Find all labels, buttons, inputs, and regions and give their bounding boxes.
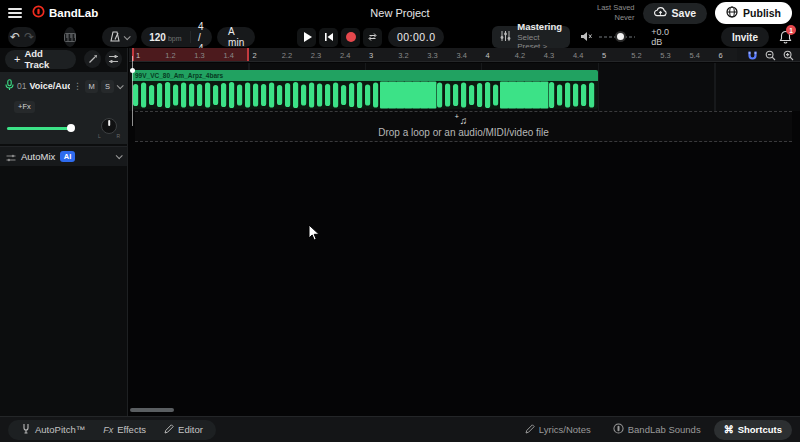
ruler-tick: 2.3 [311, 51, 321, 60]
piano-keyboard-icon[interactable] [64, 27, 76, 47]
ruler-tick: 3.2 [398, 51, 408, 60]
ruler-tick: 1.2 [165, 51, 175, 60]
track-number: 01 [17, 81, 26, 91]
chevron-down-icon [124, 33, 131, 40]
fx-icon: Fx [103, 425, 113, 435]
track-menu-icon[interactable]: ⋮ [73, 81, 82, 91]
ruler-tick: 3 [369, 51, 373, 60]
automation-tool-icon[interactable] [84, 50, 101, 68]
command-icon: ⌘ [724, 424, 734, 435]
transport-controls: 00:00.0 [297, 27, 444, 47]
header: BandLab New Project Last Saved Never Sav… [0, 0, 800, 26]
audio-region-label: 99V_VC_80_Am_Arpz_4bars [132, 70, 598, 81]
speaker-icon[interactable] [580, 28, 593, 46]
toolbar: ↶ ↷ 120 bpm 4 / 4 A min [0, 26, 800, 48]
mastering-sliders-icon [500, 28, 511, 46]
automix-collapse-icon[interactable] [116, 152, 123, 159]
track-lane[interactable]: 99V_VC_80_Am_Arpz_4bars [129, 63, 800, 111]
zoom-in-icon[interactable] [783, 50, 794, 61]
ruler-tick: 5 [602, 51, 606, 60]
zoom-out-icon[interactable] [765, 50, 776, 61]
ruler-tick: 3.4 [456, 51, 466, 60]
automix-sliders-icon [6, 148, 16, 166]
master-volume-knob[interactable] [615, 31, 626, 42]
redo-icon[interactable]: ↷ [24, 31, 34, 43]
bandlab-sounds-button[interactable]: BandLab Sounds [604, 423, 710, 436]
pencil-icon [164, 424, 174, 436]
drop-hint-text: Drop a loop or an audio/MIDI/video file [378, 127, 549, 138]
time-display: 00:00.0 [388, 27, 444, 47]
plus-icon: + [14, 53, 20, 65]
app-name: BandLab [49, 7, 98, 19]
master-volume-slider[interactable] [599, 31, 635, 43]
bpm-control[interactable]: 120 bpm [141, 32, 189, 43]
ai-badge: AI [60, 151, 75, 162]
bottom-bar: AutoPitch™ Fx Effects Editor Lyrics/Note… [0, 416, 800, 442]
play-button[interactable] [297, 28, 316, 47]
autopitch-icon [21, 423, 31, 436]
track-volume-thumb[interactable] [67, 124, 75, 132]
metronome-icon [110, 28, 120, 46]
bandlab-logo[interactable]: BandLab [32, 4, 98, 22]
globe-icon [726, 6, 738, 20]
shortcuts-button[interactable]: ⌘ Shortcuts [714, 420, 792, 440]
solo-button[interactable]: S [101, 80, 114, 93]
ruler-tick: 4.4 [573, 51, 583, 60]
undo-redo-group: ↶ ↷ [8, 27, 36, 47]
ruler-tick: 2 [253, 51, 257, 60]
snap-magnet-icon[interactable] [747, 50, 758, 61]
horizontal-scrollbar[interactable] [130, 408, 174, 412]
undo-icon[interactable]: ↶ [10, 31, 20, 43]
timeline: 11.21.31.422.22.32.433.23.33.444.24.34.4… [129, 48, 800, 416]
track-name: Voice/Audio [29, 81, 70, 91]
pen-icon [525, 424, 535, 436]
track-header-voice-audio[interactable]: 01 Voice/Audio ⋮ M S +Fx L [0, 72, 127, 144]
track-collapse-icon[interactable] [117, 82, 124, 89]
add-track-button[interactable]: + Add Track [5, 50, 76, 69]
timeline-ruler[interactable]: 11.21.31.422.22.32.433.23.33.444.24.34.4… [129, 48, 800, 62]
ruler-tick: 4 [486, 51, 490, 60]
mastering-button[interactable]: Mastering Select Preset > [492, 26, 570, 48]
music-note-icon: ♫+ [460, 116, 468, 126]
automix-label: AutoMix [21, 151, 55, 162]
microphone-icon [5, 77, 14, 95]
mixer-icon[interactable] [105, 50, 122, 68]
key-control[interactable]: A min [217, 27, 255, 47]
add-fx-button[interactable]: +Fx [14, 101, 35, 113]
effects-button[interactable]: Fx Effects [94, 424, 155, 435]
rewind-to-start-button[interactable] [319, 28, 338, 47]
workspace: + Add Track 01 Voice/Audio [0, 48, 800, 416]
autopitch-button[interactable]: AutoPitch™ [12, 423, 94, 436]
ruler-tick: 5.4 [689, 51, 699, 60]
menu-icon[interactable] [8, 8, 22, 18]
pan-knob[interactable]: L R [98, 118, 120, 138]
cloud-upload-icon [654, 7, 667, 19]
save-button[interactable]: Save [643, 3, 708, 24]
metronome-button[interactable] [102, 27, 137, 47]
tempo-signature-group: 120 bpm 4 / 4 [141, 27, 212, 47]
track-volume-slider[interactable] [7, 121, 90, 135]
record-button[interactable] [341, 28, 360, 47]
playhead-handle[interactable] [130, 68, 135, 73]
audio-region[interactable]: 99V_VC_80_Am_Arpz_4bars [132, 70, 598, 109]
last-saved-status: Last Saved Never [597, 3, 635, 23]
notifications-button[interactable]: 1 [779, 28, 792, 46]
mute-button[interactable]: M [85, 80, 98, 93]
publish-button[interactable]: Publish [715, 2, 792, 24]
master-volume-value: +0.0 dB [651, 27, 677, 47]
track-panel: + Add Track 01 Voice/Audio [0, 48, 128, 416]
ruler-tick: 5.3 [660, 51, 670, 60]
playhead-line [132, 56, 133, 126]
drop-zone[interactable]: ♫+ Drop a loop or an audio/MIDI/video fi… [135, 111, 792, 142]
editor-button[interactable]: Editor [155, 424, 212, 436]
ruler-tick: 3.3 [427, 51, 437, 60]
lyrics-notes-button[interactable]: Lyrics/Notes [516, 424, 600, 436]
bandlab-mix-editor: BandLab New Project Last Saved Never Sav… [0, 0, 800, 442]
automix-row[interactable]: AutoMix AI [0, 146, 127, 166]
invite-button[interactable]: Invite [721, 27, 769, 47]
ruler-tick: 5.2 [631, 51, 641, 60]
loop-icon[interactable] [363, 28, 382, 47]
waveform [132, 81, 598, 109]
editing-tools-group: AutoPitch™ Fx Effects Editor [8, 420, 216, 440]
master-volume: +0.0 dB [580, 27, 677, 47]
